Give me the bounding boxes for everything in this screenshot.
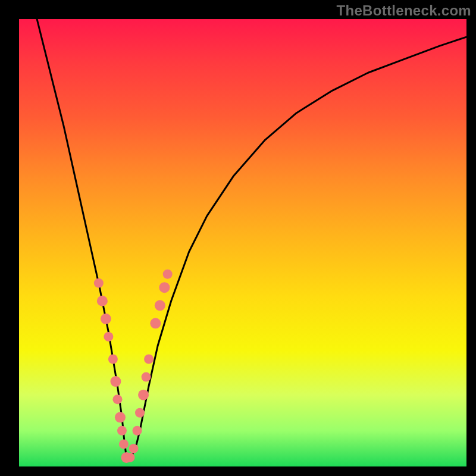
scatter-dot bbox=[110, 376, 121, 387]
chart-svg bbox=[0, 0, 476, 476]
scatter-dot bbox=[155, 300, 165, 311]
scatter-dot bbox=[117, 426, 127, 436]
scatter-dot bbox=[129, 444, 139, 453]
scatter-dot bbox=[159, 282, 170, 293]
scatter-dot bbox=[125, 453, 134, 462]
scatter-dot bbox=[101, 314, 111, 324]
scatter-dot bbox=[108, 355, 118, 364]
scatter-dot bbox=[150, 318, 161, 328]
scatter-dot bbox=[119, 439, 129, 449]
scatter-dot bbox=[142, 372, 151, 382]
scatter-dot bbox=[115, 412, 126, 422]
scatter-dot bbox=[112, 394, 122, 404]
scatter-dot bbox=[138, 390, 149, 400]
scatter-dot bbox=[133, 426, 142, 436]
scatter-dot bbox=[104, 332, 113, 342]
scatter-dot bbox=[94, 278, 104, 288]
scatter-dot bbox=[135, 408, 145, 418]
scatter-dot bbox=[97, 296, 108, 306]
scatter-dot bbox=[144, 355, 154, 364]
chart-frame: TheBottleneck.com bbox=[0, 0, 476, 476]
scatter-dot bbox=[163, 270, 173, 279]
bottleneck-curve bbox=[37, 19, 466, 458]
